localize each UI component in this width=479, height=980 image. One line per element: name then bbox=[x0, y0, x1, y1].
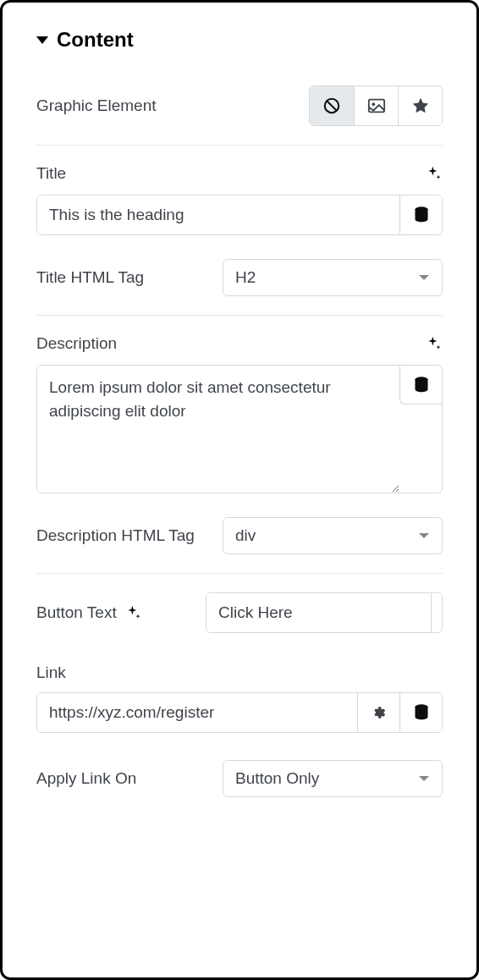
link-field: Link bbox=[36, 663, 443, 733]
chevron-down-icon bbox=[418, 531, 430, 540]
title-label: Title bbox=[36, 164, 66, 183]
database-icon bbox=[414, 377, 429, 394]
title-input-wrap bbox=[36, 195, 443, 235]
divider bbox=[36, 145, 443, 146]
link-input[interactable] bbox=[37, 693, 357, 732]
button-text-label: Button Text bbox=[36, 603, 117, 622]
graphic-element-label: Graphic Element bbox=[36, 96, 157, 115]
title-tag-label: Title HTML Tag bbox=[36, 268, 144, 287]
description-input-wrap bbox=[36, 365, 443, 493]
ban-icon bbox=[322, 96, 341, 115]
divider bbox=[36, 573, 443, 574]
description-ai-button[interactable] bbox=[426, 335, 443, 352]
description-tag-value: div bbox=[235, 526, 256, 545]
svg-rect-2 bbox=[368, 100, 383, 113]
button-text-row: Button Text bbox=[36, 592, 443, 633]
link-settings-button[interactable] bbox=[357, 693, 399, 732]
graphic-none-button[interactable] bbox=[310, 86, 354, 125]
graphic-element-toggle bbox=[309, 85, 443, 126]
description-tag-label: Description HTML Tag bbox=[36, 526, 195, 545]
link-input-wrap bbox=[36, 692, 443, 733]
chevron-down-icon bbox=[418, 774, 430, 783]
button-text-dynamic-button[interactable] bbox=[431, 593, 443, 632]
description-label: Description bbox=[36, 334, 117, 353]
graphic-image-button[interactable] bbox=[354, 86, 398, 125]
sparkle-icon bbox=[426, 335, 443, 352]
database-icon bbox=[414, 206, 429, 223]
link-dynamic-button[interactable] bbox=[399, 693, 442, 732]
description-field: Description bbox=[36, 334, 443, 493]
title-tag-select[interactable]: H2 bbox=[223, 259, 443, 296]
title-tag-value: H2 bbox=[235, 268, 256, 287]
title-dynamic-button[interactable] bbox=[399, 195, 442, 234]
button-text-ai-button[interactable] bbox=[125, 604, 142, 621]
title-input[interactable] bbox=[37, 195, 399, 234]
apply-link-row: Apply Link On Button Only bbox=[36, 760, 443, 797]
description-textarea[interactable] bbox=[37, 366, 399, 493]
content-panel: Content Graphic Element Title bbox=[0, 0, 479, 980]
apply-link-label: Apply Link On bbox=[36, 769, 136, 788]
button-text-input-wrap bbox=[206, 592, 443, 633]
chevron-down-icon bbox=[418, 273, 430, 282]
description-dynamic-button[interactable] bbox=[399, 366, 442, 405]
graphic-icon-button[interactable] bbox=[398, 86, 442, 125]
link-label: Link bbox=[36, 663, 66, 682]
description-tag-row: Description HTML Tag div bbox=[36, 517, 443, 554]
apply-link-select[interactable]: Button Only bbox=[223, 760, 443, 797]
divider bbox=[36, 315, 443, 316]
description-tag-select[interactable]: div bbox=[223, 517, 443, 554]
caret-down-icon bbox=[36, 36, 48, 44]
title-field: Title bbox=[36, 164, 443, 235]
gear-icon bbox=[372, 705, 387, 720]
star-icon bbox=[411, 96, 430, 115]
sparkle-icon bbox=[426, 165, 443, 182]
title-ai-button[interactable] bbox=[426, 165, 443, 182]
section-title: Content bbox=[57, 28, 134, 52]
title-tag-row: Title HTML Tag H2 bbox=[36, 259, 443, 296]
graphic-element-row: Graphic Element bbox=[36, 85, 443, 126]
image-icon bbox=[367, 97, 386, 114]
svg-point-3 bbox=[372, 102, 375, 106]
sparkle-icon bbox=[125, 604, 142, 621]
section-header[interactable]: Content bbox=[36, 28, 443, 52]
button-text-input[interactable] bbox=[206, 593, 431, 632]
apply-link-value: Button Only bbox=[235, 769, 319, 788]
database-icon bbox=[414, 704, 429, 721]
svg-line-1 bbox=[328, 102, 337, 111]
